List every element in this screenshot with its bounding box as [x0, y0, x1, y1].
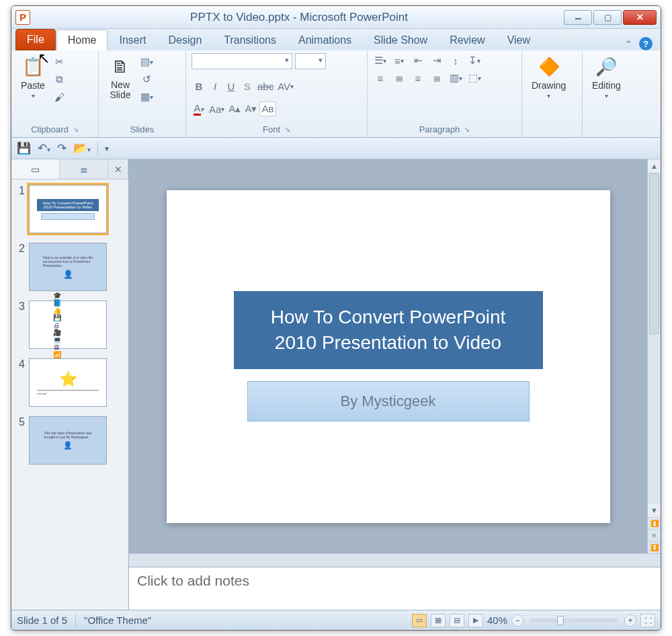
decrease-indent-button[interactable]: ⇤: [411, 53, 425, 68]
chevron-down-icon: ▾: [605, 92, 608, 100]
slide-canvas[interactable]: How To Convert PowerPoint 2010 Presentat…: [129, 159, 647, 553]
customize-qat-icon[interactable]: ▾: [105, 144, 109, 153]
tab-view[interactable]: View: [497, 30, 541, 50]
paragraph-launcher-icon[interactable]: ↘: [464, 125, 470, 134]
increase-indent-button[interactable]: ⇥: [429, 53, 444, 68]
normal-view-icon[interactable]: ▭: [412, 614, 427, 627]
open-icon[interactable]: 📂▾: [73, 141, 91, 155]
underline-button[interactable]: U: [224, 79, 239, 93]
panel-tabs: ▭ ≣ ✕: [11, 159, 128, 180]
save-icon[interactable]: 💾: [17, 141, 31, 155]
slides-tab-icon[interactable]: ▭: [11, 159, 60, 179]
horizontal-scrollbar[interactable]: [129, 553, 661, 567]
status-slide: Slide 1 of 5: [17, 614, 67, 626]
font-color-button[interactable]: A▾: [192, 102, 206, 116]
shrink-font-button[interactable]: A▾: [243, 102, 258, 116]
prev-slide-icon[interactable]: ⏫: [648, 517, 661, 529]
tab-transitions[interactable]: Transitions: [213, 30, 287, 50]
cut-icon[interactable]: ✂: [53, 56, 65, 68]
italic-button[interactable]: I: [208, 79, 222, 93]
editor-area: How To Convert PowerPoint 2010 Presentat…: [129, 159, 661, 610]
group-clipboard: 📋 Paste ▾ ✂ ⧉ 🖌 Clipboard↘: [11, 50, 99, 137]
new-slide-button[interactable]: 🗎 New Slide: [104, 53, 136, 102]
shadow-button[interactable]: S: [240, 79, 255, 93]
fit-to-window-icon[interactable]: ⛶: [640, 614, 655, 627]
scrollbar-thumb[interactable]: [649, 173, 659, 334]
align-right-button[interactable]: ≡: [411, 71, 425, 85]
notes-pane[interactable]: Click to add notes: [129, 567, 661, 610]
help-icon[interactable]: ?: [639, 37, 653, 50]
maximize-button[interactable]: [593, 10, 622, 25]
tab-home[interactable]: Home: [56, 30, 108, 50]
chevron-down-icon: ▾: [32, 92, 35, 100]
font-size-select[interactable]: [295, 53, 326, 69]
clipboard-launcher-icon[interactable]: ↘: [73, 125, 79, 134]
font-family-select[interactable]: [192, 53, 292, 69]
tab-insert[interactable]: Insert: [108, 30, 157, 50]
grow-font-button[interactable]: A▴: [227, 102, 242, 116]
char-spacing-button[interactable]: AV▾: [276, 79, 295, 93]
undo-icon[interactable]: ↶▾: [38, 141, 50, 155]
reset-icon[interactable]: ↺: [140, 73, 153, 85]
titlebar: P PPTX to Video.pptx - Microsoft PowerPo…: [11, 6, 661, 29]
paste-button[interactable]: 📋 Paste ▾: [17, 53, 49, 101]
zoom-slider-knob[interactable]: [557, 616, 564, 625]
format-painter-icon[interactable]: 🖌: [53, 91, 65, 103]
tab-design[interactable]: Design: [157, 30, 212, 50]
scroll-up-icon[interactable]: ▲: [648, 159, 661, 173]
zoom-slider[interactable]: [530, 619, 618, 623]
zoom-out-button[interactable]: −: [511, 614, 523, 627]
outline-tab-icon[interactable]: ≣: [60, 159, 108, 179]
numbering-button[interactable]: ≡▾: [392, 53, 407, 68]
strikethrough-button[interactable]: abc: [256, 79, 275, 93]
reading-view-icon[interactable]: ▤: [450, 614, 464, 627]
font-launcher-icon[interactable]: ↘: [284, 125, 290, 134]
tab-slideshow[interactable]: Slide Show: [363, 30, 438, 50]
slide-thumbnail[interactable]: How To Convert PowerPoint2010 Presentati…: [29, 185, 107, 233]
tab-review[interactable]: Review: [439, 30, 495, 50]
smartart-button[interactable]: ⬚▾: [467, 71, 482, 85]
thumb-number: 2: [15, 243, 25, 255]
slide-title[interactable]: How To Convert PowerPoint 2010 Presentat…: [234, 291, 543, 369]
columns-button[interactable]: ▥▾: [448, 71, 463, 85]
bold-button[interactable]: B: [192, 79, 206, 93]
drawing-button[interactable]: 🔶 Drawing ▾: [528, 53, 570, 101]
copy-icon[interactable]: ⧉: [53, 73, 65, 85]
justify-button[interactable]: ≣: [429, 71, 444, 85]
status-theme: "Office Theme": [84, 614, 151, 626]
align-left-button[interactable]: ≡: [373, 71, 388, 85]
tab-file[interactable]: File: [15, 29, 56, 50]
editing-button[interactable]: 🔎 Editing ▾: [588, 53, 625, 101]
text-direction-button[interactable]: ↧▾: [467, 53, 482, 68]
clear-format-button[interactable]: Aʙ: [259, 102, 276, 116]
minimize-ribbon-icon[interactable]: ⌃: [625, 39, 632, 49]
line-spacing-button[interactable]: ↕: [448, 53, 463, 68]
font-group-label: Font: [263, 124, 280, 134]
close-panel-icon[interactable]: ✕: [108, 159, 128, 179]
vertical-scrollbar[interactable]: ▲ ▼ ⏫ ≡ ⏬: [647, 159, 661, 553]
group-drawing: 🔶 Drawing ▾: [522, 50, 583, 137]
layout-icon[interactable]: ▤▾: [140, 56, 153, 68]
tab-animations[interactable]: Animations: [288, 30, 362, 50]
slide-thumbnail[interactable]: This has been Presentation wasbrought to…: [29, 416, 107, 465]
window-controls: [564, 10, 657, 25]
change-case-button[interactable]: Aa▾: [208, 102, 226, 116]
zoom-in-button[interactable]: +: [624, 614, 636, 627]
close-button[interactable]: [623, 10, 657, 25]
clipboard-icon: 📋: [21, 54, 45, 79]
slideshow-view-icon[interactable]: ▶: [468, 614, 483, 627]
slide-thumbnail[interactable]: ⭐text line: [29, 358, 107, 407]
sorter-view-icon[interactable]: ▦: [431, 614, 446, 627]
next-slide-icon[interactable]: ⏬: [648, 541, 661, 553]
slide-thumbnail[interactable]: 🎓📘👍💾🖨🎥💻🖥📶: [29, 301, 107, 349]
slide-thumbnail[interactable]: Here is an example of a video filewe rec…: [29, 243, 107, 291]
minimize-button[interactable]: [564, 10, 592, 25]
nav-menu-icon[interactable]: ≡: [648, 529, 661, 541]
bullets-button[interactable]: ☰▾: [373, 53, 388, 68]
align-center-button[interactable]: ≣: [392, 71, 407, 85]
redo-icon[interactable]: ↷: [57, 141, 67, 155]
section-icon[interactable]: ▦▾: [140, 91, 153, 103]
main-area: ▭ ≣ ✕ 1 How To Convert PowerPoint2010 Pr…: [11, 159, 661, 610]
slide-subtitle[interactable]: By Mysticgeek: [247, 381, 530, 422]
scroll-down-icon[interactable]: ▼: [648, 504, 661, 517]
